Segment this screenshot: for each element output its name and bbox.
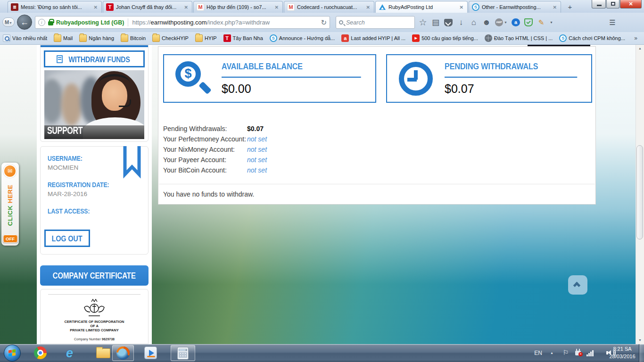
bookmark-folder[interactable]: HYIP [195, 34, 217, 42]
detail-row: Your NixMoney Account:not set [163, 144, 267, 155]
logout-button[interactable]: LOG OUT [44, 230, 90, 247]
feedback-side-tab[interactable]: ✉ CLICK HERE OFF [1, 163, 19, 246]
feedback-off-button[interactable]: OFF [3, 235, 17, 243]
dollar-magnifier-icon: $ [174, 60, 211, 97]
search-box[interactable] [336, 16, 415, 29]
scrollbar-down-arrow[interactable]: ▼ [636, 337, 644, 344]
desktop: ≣ Messi: 'Đừng so sánh tôi... ✕ T Johan … [0, 0, 644, 362]
browser-tab[interactable]: T Johan Cruyff đã thay đổi... ✕ [103, 1, 192, 13]
tab-close-icon[interactable]: ✕ [552, 5, 558, 10]
taskbar-ie-button[interactable]: e [66, 346, 79, 360]
tab-close-icon[interactable]: ✕ [365, 5, 371, 10]
username-label: USERNAME: [48, 155, 83, 163]
downloads-icon[interactable]: ↓ [457, 16, 465, 29]
security-shield-icon[interactable] [524, 18, 533, 26]
start-button[interactable] [4, 345, 21, 362]
tab-close-icon[interactable]: ✕ [183, 5, 189, 10]
company-certificate-button[interactable]: COMPANY CERTIFICATE [40, 265, 149, 286]
browser-tab[interactable]: ≣ Messi: 'Đừng so sánh tôi... ✕ [8, 1, 102, 13]
bookmark-folder[interactable]: Mail [54, 34, 73, 42]
bookmark-item[interactable]: ▶500 câu giao tiếp tiếng... [412, 34, 478, 42]
taskbar-firefox-button[interactable] [112, 345, 134, 361]
coin-s-icon: S [472, 3, 479, 11]
bookmark-item[interactable]: TTây Ban Nha [223, 34, 263, 42]
tab-title: Messi: 'Đừng so sánh tôi... [21, 4, 91, 10]
clock-widget[interactable]: 8:21 SA 28/03/2016 [607, 345, 637, 360]
home-icon[interactable]: ⌂ [470, 16, 478, 29]
url-separator [128, 18, 128, 26]
bookmark-folder[interactable]: CheckHYIP [152, 34, 189, 42]
available-balance-amount: $0.00 [222, 82, 367, 96]
search-input[interactable] [346, 19, 412, 26]
browser-tab[interactable]: M Codecard - ruochuacuat... ✕ [284, 1, 374, 13]
tab-close-icon[interactable]: ✕ [93, 5, 99, 10]
pencil-icon[interactable]: ✎ [537, 16, 545, 29]
new-tab-button[interactable]: + [564, 2, 576, 12]
taskbar-calculator-button[interactable]: 0 [171, 345, 195, 361]
menu-hamburger-icon[interactable]: ☰ [608, 16, 617, 29]
internet-explorer-icon: e [66, 346, 79, 360]
bookmark-item[interactable]: Vào nhiều nhất [3, 34, 47, 42]
page-viewport: $ AVAILABLE BALANCE $0.00 PENDING WITHDR… [0, 45, 644, 344]
bookmark-folder[interactable]: Bitcoin [121, 34, 146, 42]
window-minimize-button[interactable] [592, 0, 606, 8]
bookmark-item[interactable]: Đào Tạo HTML | CSS | ... [485, 34, 553, 42]
folder-icon [54, 34, 61, 42]
bookmark-item[interactable]: SCách chơi CPM không... [559, 34, 625, 42]
here-label: HERE [7, 184, 14, 203]
bookmark-star-icon[interactable]: ☆ [419, 16, 427, 29]
browser-tab[interactable]: M Hộp thư đến (109) - so7... ✕ [193, 1, 283, 13]
bookmark-item[interactable]: aLast added HYIP | All ... [341, 34, 405, 42]
window-close-button[interactable]: ✕ [620, 0, 642, 8]
taskbar-wmp-button[interactable] [144, 346, 157, 360]
page-info-icon[interactable]: i [38, 19, 45, 26]
adblock-plus-icon[interactable]: ABP▼ [495, 16, 507, 29]
registration-date-label: REGISTRATION DATE: [48, 181, 109, 189]
url-text[interactable]: https://earnwithposting.com/index.php?a=… [132, 19, 318, 26]
back-button[interactable]: ← [17, 15, 32, 30]
scrolled-element-edge [41, 45, 148, 47]
tab-close-icon[interactable]: ✕ [274, 5, 280, 10]
extension-m-button[interactable]: M▼ [2, 17, 15, 27]
language-indicator[interactable]: EN [534, 344, 542, 362]
reload-icon[interactable]: ↻ [321, 18, 327, 27]
support-photo[interactable]: SUPPORT DEPARTMENT [44, 70, 144, 139]
url-bar[interactable]: i Rubyadposting Ltd (GB) https://earnwit… [35, 16, 330, 29]
signal-strength-icon[interactable] [586, 350, 595, 356]
browser-tab[interactable]: S Other - Earnwithposting... ✕ [469, 1, 561, 13]
feedback-smiley-icon[interactable]: ☻ [482, 16, 491, 29]
tab-close-icon[interactable]: ✕ [459, 5, 464, 10]
extension-a-icon[interactable]: a [512, 18, 520, 26]
certificate-line2: OF A [41, 324, 148, 328]
toolbar-icons: ☆ ▤ ↓ ⌂ ☻ ABP▼ a ✎ ▼ ☰ [419, 16, 617, 29]
pending-withdrawals-title: PENDING WITHDRAWALS [445, 61, 577, 78]
window-restore-button[interactable] [606, 0, 619, 8]
pencil-caret-icon[interactable]: ▼ [550, 21, 553, 24]
taskbar-explorer-button[interactable] [96, 346, 109, 360]
bookmarks-menu-icon[interactable]: ▤ [431, 16, 440, 29]
divider [159, 184, 595, 184]
network-plug-icon[interactable]: ✕ [575, 351, 581, 355]
scrollbar-thumb[interactable] [636, 145, 643, 239]
site-identity-label[interactable]: Rubyadposting Ltd (GB) [56, 19, 124, 26]
withdraw-panel: $ AVAILABLE BALANCE $0.00 PENDING WITHDR… [158, 46, 596, 205]
scrollbar-up-arrow[interactable]: ▲ [636, 45, 644, 52]
bitcoin-value: not set [247, 166, 267, 174]
bookmark-ribbon-icon [123, 146, 141, 179]
detail-row: Your Perfectmoney Account:not set [163, 134, 267, 144]
page-scrollbar[interactable]: ▲ ▼ [636, 45, 644, 344]
scroll-to-top-button[interactable] [568, 275, 587, 295]
show-desktop-button[interactable] [639, 344, 644, 362]
action-center-flag-icon[interactable]: ⚐ [562, 349, 569, 356]
pocket-icon[interactable] [444, 19, 453, 26]
hidden-icons-arrow[interactable]: ▲ [550, 351, 553, 354]
registration-date-value: MAR-28-2016 [48, 190, 87, 197]
bookmarks-overflow-chevron[interactable]: » [634, 35, 641, 41]
taskbar-chrome-button[interactable] [34, 346, 47, 360]
bookmark-folder[interactable]: Ngân hàng [79, 34, 114, 42]
bookmark-item[interactable]: SAnnounce - Hướng dẫ... [270, 34, 335, 42]
last-access-label: LAST ACCESS: [48, 207, 90, 215]
tab-title: Johan Cruyff đã thay đổi... [116, 4, 181, 10]
browser-tab-active[interactable]: RubyAdPosting Ltd ✕ [375, 1, 468, 13]
sidebar-top-card: WITHDRAW FUNDS SUPPORT DEPARTMENT [40, 45, 149, 142]
